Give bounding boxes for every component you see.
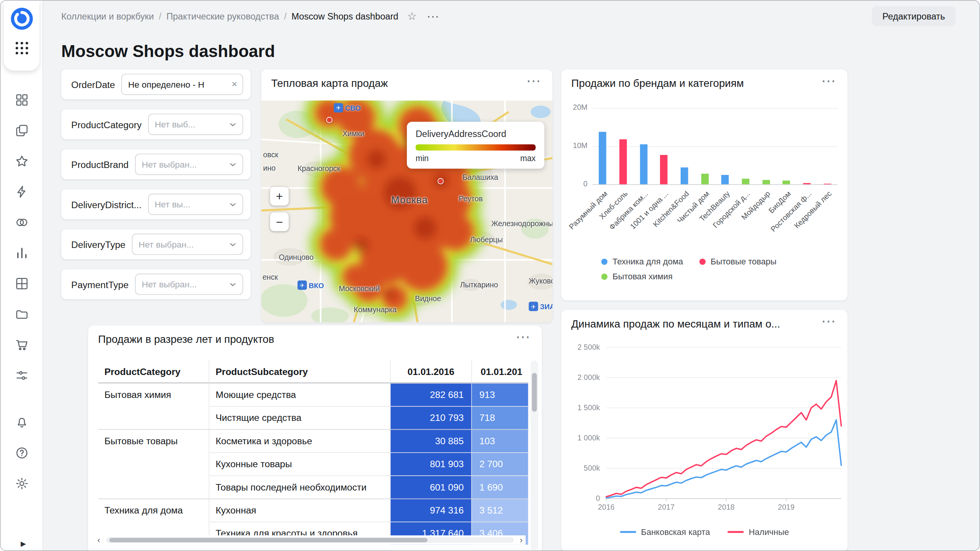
copy-icon[interactable] xyxy=(15,124,28,137)
category-cell: Бытовые товары xyxy=(98,429,209,452)
orderdate-filter-select[interactable]: Не определено - Н✕ xyxy=(121,74,243,95)
svg-text:1 000k: 1 000k xyxy=(578,434,600,442)
bell-icon[interactable] xyxy=(15,416,28,429)
table-row: Бытовая химияМоющие средства282 681913 xyxy=(98,383,528,406)
value-cell: 1 690 xyxy=(472,475,528,498)
widget-title: Продажи по брендам и категориям xyxy=(571,77,744,90)
bar[interactable] xyxy=(783,181,791,184)
deliverytype-filter-select[interactable]: Нет выбран... xyxy=(132,234,243,255)
svg-text:2019: 2019 xyxy=(778,503,795,511)
legend-item[interactable]: Бытовая химия xyxy=(601,272,673,281)
bar[interactable] xyxy=(660,155,668,184)
bar[interactable] xyxy=(823,184,831,184)
widget-menu-button[interactable]: ⋯ xyxy=(818,72,840,90)
horizontal-scrollbar[interactable]: ‹ › xyxy=(95,535,526,544)
value-cell: 210 793 xyxy=(390,406,472,429)
favorite-star-icon[interactable]: ☆ xyxy=(407,10,416,23)
page-menu-button[interactable]: ⋯ xyxy=(423,8,444,24)
scrollbar-track[interactable] xyxy=(106,537,514,543)
bar[interactable] xyxy=(599,132,607,184)
deliverydistrict-filter-card: DeliveryDistrict...Нет вы... xyxy=(61,189,251,219)
connections-icon[interactable] xyxy=(15,215,28,229)
widget-menu-button[interactable]: ⋯ xyxy=(523,72,545,90)
bar[interactable] xyxy=(681,168,688,184)
sales-table: ProductCategoryProductSubcategory01.01.2… xyxy=(98,360,528,545)
map-legend: DeliveryAddressCoord min max xyxy=(407,122,544,168)
map-area: ХимкиКрасногорскМоскваБалашихаРеутовЖеле… xyxy=(261,101,552,323)
legend-line-sample xyxy=(620,531,636,533)
productbrand-filter-select[interactable]: Нет выбран... xyxy=(135,154,243,175)
svg-text:1 500k: 1 500k xyxy=(578,403,600,412)
legend-label: Техника для дома xyxy=(612,257,683,266)
deliverydistrict-filter-select[interactable]: Нет вы... xyxy=(148,194,243,215)
filter-label: PaymentType xyxy=(71,279,129,290)
sidebar-expand-button[interactable]: ▶ xyxy=(17,539,29,548)
breadcrumb-item: Moscow Shops dashboard xyxy=(292,11,399,21)
datalens-logo[interactable] xyxy=(10,7,33,33)
value-cell: 718 xyxy=(472,406,528,429)
breadcrumb-item[interactable]: Коллекции и воркбуки xyxy=(61,11,154,21)
bar-chart-icon[interactable] xyxy=(15,246,28,260)
legend-item[interactable]: Бытовые товары xyxy=(699,257,777,266)
legend-item[interactable]: Техника для дома xyxy=(601,257,683,266)
scroll-left-arrow[interactable]: ‹ xyxy=(95,536,103,544)
apps-grid-icon[interactable] xyxy=(15,42,28,54)
widgets-icon[interactable] xyxy=(15,93,28,107)
scroll-right-arrow[interactable]: › xyxy=(517,536,526,544)
lightning-icon[interactable] xyxy=(15,185,28,199)
line-chart-canvas: 2 500k2 000k1 500k1 000k500k020162017201… xyxy=(561,310,848,551)
cart-icon[interactable] xyxy=(15,338,28,352)
star-icon[interactable] xyxy=(15,154,28,168)
subcategory-cell: Чистящие средства xyxy=(209,406,390,429)
filter-value: Нет выбран... xyxy=(142,279,224,289)
paymenttype-filter-card: PaymentTypeНет выбран... xyxy=(61,269,251,299)
zoom-in-button[interactable]: + xyxy=(270,187,289,205)
productcategory-filter-select[interactable]: Нет выб... xyxy=(148,114,243,135)
edit-button[interactable]: Редактировать xyxy=(872,6,956,26)
sidebar: ▶ xyxy=(1,1,43,551)
grid-icon[interactable] xyxy=(15,277,28,290)
productbrand-filter-card: ProductBrandНет выбран... xyxy=(61,149,251,179)
subcategory-cell: Кухонные товары xyxy=(209,452,390,475)
chart-legend: Техника для домаБытовые товарыБытовая хи… xyxy=(601,257,808,281)
y-axis-label: 10M xyxy=(562,141,587,150)
table-row: Товары последней необходимости601 0901 6… xyxy=(98,475,528,498)
bar[interactable] xyxy=(722,175,729,184)
widget-menu-button[interactable]: ⋯ xyxy=(512,328,534,346)
breadcrumb: Коллекции и воркбуки/Практические руково… xyxy=(61,11,399,21)
bar[interactable] xyxy=(803,183,811,184)
vertical-scrollbar[interactable] xyxy=(531,360,538,550)
table-widget: Продажи в разрезе лет и продуктов ⋯ Prod… xyxy=(88,326,542,551)
filter-label: OrderDate xyxy=(71,79,115,90)
scrollbar-thumb[interactable] xyxy=(109,538,427,542)
zoom-out-button[interactable]: − xyxy=(270,212,289,231)
folder-icon[interactable] xyxy=(15,307,28,321)
bar[interactable] xyxy=(640,144,647,184)
legend-min-label: min xyxy=(416,154,429,163)
category-cell xyxy=(98,406,209,429)
legend-item[interactable]: Банковская карта xyxy=(620,527,710,536)
filters-panel: OrderDateНе определено - Н✕ProductCatego… xyxy=(61,69,251,299)
widget-title: Тепловая карта продаж xyxy=(271,77,388,90)
gradient-scale xyxy=(416,144,536,150)
bar[interactable] xyxy=(742,179,750,184)
subcategory-cell: Товары последней необходимости xyxy=(209,475,390,498)
legend-item[interactable]: Наличные xyxy=(727,527,789,536)
filter-label: ProductCategory xyxy=(71,119,142,130)
scrollbar-thumb[interactable] xyxy=(532,373,537,412)
value-cell: 913 xyxy=(472,383,528,406)
gear-icon[interactable] xyxy=(15,477,28,491)
bar[interactable] xyxy=(701,174,709,184)
sliders-icon[interactable] xyxy=(15,368,28,382)
category-cell: Бытовая химия xyxy=(98,383,209,406)
productcategory-filter-card: ProductCategoryНет выб... xyxy=(61,109,251,139)
breadcrumb-item[interactable]: Практические руководства xyxy=(167,11,279,21)
paymenttype-filter-select[interactable]: Нет выбран... xyxy=(135,274,243,295)
filter-value: Не определено - Н xyxy=(128,79,227,89)
clear-filter-icon[interactable]: ✕ xyxy=(231,80,237,89)
bar[interactable] xyxy=(619,139,627,184)
legend-label: Бытовая химия xyxy=(612,272,673,281)
table-header-row: ProductCategoryProductSubcategory01.01.2… xyxy=(98,360,528,383)
bar[interactable] xyxy=(762,180,770,184)
help-icon[interactable] xyxy=(15,446,28,460)
